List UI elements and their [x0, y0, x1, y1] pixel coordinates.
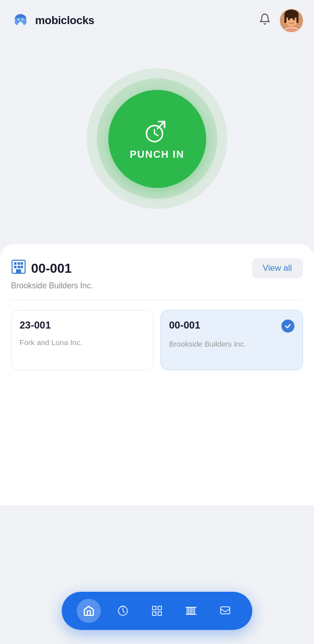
punch-outer-ring: PUNCH IN — [87, 68, 227, 209]
job-card-1[interactable]: 00-001 Brookside Builders Inc. — [161, 310, 303, 370]
svg-point-1 — [22, 19, 24, 21]
bottom-nav — [62, 592, 252, 630]
bottom-card: 00-001 View all Brookside Builders Inc. … — [0, 244, 314, 505]
svg-rect-5 — [284, 14, 286, 23]
avatar[interactable] — [280, 9, 303, 32]
punch-in-button[interactable]: PUNCH IN — [108, 90, 206, 188]
header-actions — [259, 9, 303, 32]
app-name: mobiclocks — [35, 14, 94, 27]
job-cards-container: 23-001 Fork and Luna Inc. 00-001 Brooksi… — [11, 310, 303, 370]
card-header: 00-001 View all — [11, 258, 303, 278]
current-company-name: Brookside Builders Inc. — [11, 281, 303, 290]
job-card-0-number: 23-001 — [20, 319, 51, 331]
svg-rect-18 — [14, 266, 17, 268]
job-card-1-header: 00-001 — [169, 319, 294, 333]
selected-check-icon — [281, 319, 294, 333]
current-job-number: 00-001 — [31, 261, 72, 276]
svg-rect-24 — [158, 606, 162, 610]
svg-rect-17 — [21, 262, 23, 265]
job-card-0-header: 23-001 — [20, 319, 145, 331]
punch-middle-ring: PUNCH IN — [97, 78, 217, 199]
nav-jobs[interactable] — [145, 599, 169, 623]
nav-scan[interactable] — [179, 599, 203, 623]
svg-rect-16 — [18, 262, 20, 265]
punch-in-icon — [143, 118, 171, 145]
svg-rect-21 — [16, 269, 21, 273]
svg-rect-25 — [152, 612, 156, 615]
svg-point-9 — [288, 18, 290, 21]
svg-rect-26 — [158, 612, 162, 615]
job-card-0-company: Fork and Luna Inc. — [20, 337, 145, 348]
divider — [11, 299, 303, 300]
logo-icon — [11, 11, 30, 30]
notifications-icon[interactable] — [259, 13, 271, 28]
svg-line-13 — [154, 134, 158, 136]
nav-home[interactable] — [77, 599, 101, 623]
svg-rect-6 — [296, 14, 298, 23]
svg-rect-15 — [14, 262, 17, 265]
view-all-button[interactable]: View all — [252, 258, 303, 278]
card-title-area: 00-001 — [11, 259, 72, 277]
logo-area: mobiclocks — [11, 11, 94, 30]
svg-point-4 — [284, 10, 298, 19]
building-icon — [11, 259, 26, 277]
job-card-1-number: 00-001 — [169, 319, 200, 331]
nav-messages[interactable] — [213, 599, 237, 623]
svg-point-0 — [18, 19, 20, 21]
punch-label: PUNCH IN — [130, 149, 185, 160]
svg-point-10 — [293, 18, 295, 21]
punch-area: PUNCH IN — [0, 38, 314, 244]
nav-reports[interactable] — [111, 599, 135, 623]
svg-rect-23 — [152, 606, 156, 610]
svg-rect-20 — [21, 266, 23, 268]
svg-rect-19 — [18, 266, 20, 268]
job-card-1-company: Brookside Builders Inc. — [169, 339, 294, 349]
job-card-0[interactable]: 23-001 Fork and Luna Inc. — [11, 310, 153, 370]
app-header: mobiclocks — [0, 0, 314, 38]
